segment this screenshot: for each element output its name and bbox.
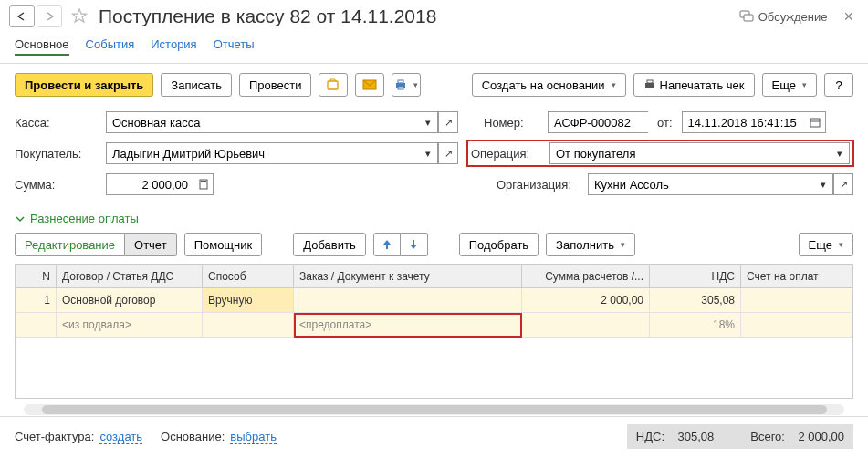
operation-dropdown-button[interactable]: ▾ — [830, 142, 850, 164]
vat-total: 305,08 — [677, 430, 714, 443]
calendar-icon — [810, 117, 821, 128]
print-receipt-button[interactable]: Напечатать чек — [633, 73, 755, 97]
svg-rect-9 — [810, 119, 820, 127]
mail-button[interactable] — [355, 73, 384, 97]
discussion-button[interactable]: Обсуждение — [739, 10, 828, 24]
table-more-button[interactable]: Еще — [799, 233, 853, 256]
col-n[interactable]: N — [16, 265, 57, 288]
horizontal-scrollbar[interactable] — [15, 402, 853, 417]
arrow-down-icon — [409, 239, 418, 250]
create-invoice-link[interactable]: создать — [99, 430, 142, 444]
save-button[interactable]: Записать — [161, 73, 232, 97]
pick-button[interactable]: Подобрать — [459, 233, 539, 256]
select-basis-link[interactable]: выбрать — [230, 430, 277, 444]
kassa-label: Касса: — [15, 116, 97, 130]
operation-input[interactable] — [549, 142, 830, 164]
col-sum[interactable]: Сумма расчетов /... — [522, 265, 650, 288]
print-button[interactable] — [392, 73, 421, 97]
tab-history[interactable]: История — [151, 35, 196, 56]
nav-forward-button[interactable] — [37, 5, 62, 27]
tab-main[interactable]: Основное — [15, 35, 69, 56]
helper-button[interactable]: Помощник — [184, 233, 263, 256]
org-input[interactable] — [588, 173, 813, 195]
buyer-open-button[interactable]: ↗ — [438, 142, 458, 164]
payment-table: N Договор / Статья ДДС Способ Заказ / До… — [15, 264, 853, 399]
totals-panel: НДС: 305,08 Всего: 2 000,00 — [627, 424, 853, 449]
mail-icon — [362, 79, 377, 90]
mode-report-button[interactable]: Отчет — [125, 233, 177, 256]
from-label: от: — [657, 116, 673, 130]
arrow-up-icon — [382, 239, 392, 250]
tab-events[interactable]: События — [86, 35, 135, 56]
grand-total: 2 000,00 — [798, 430, 844, 443]
help-button[interactable]: ? — [824, 73, 853, 97]
buyer-dropdown-button[interactable]: ▾ — [418, 142, 438, 164]
kassa-input-group: ▾ ↗ — [106, 111, 458, 133]
print-icon — [394, 78, 407, 91]
sum-input[interactable] — [106, 173, 193, 195]
post-button[interactable]: Провести — [239, 73, 312, 97]
fill-button[interactable]: Заполнить — [546, 233, 635, 256]
svg-rect-1 — [744, 15, 753, 21]
col-order[interactable]: Заказ / Документ к зачету — [294, 265, 522, 288]
post-and-close-button[interactable]: Провести и закрыть — [15, 73, 153, 97]
calculator-icon — [199, 179, 208, 190]
svg-rect-5 — [398, 80, 403, 83]
page-title: Поступление в кассу 82 от 14.11.2018 — [99, 5, 436, 27]
sum-label: Сумма: — [15, 178, 97, 192]
add-row-button[interactable]: Добавить — [293, 233, 365, 256]
receipt-icon — [643, 78, 656, 91]
attach-icon — [326, 78, 340, 91]
calendar-button[interactable] — [806, 111, 826, 133]
buyer-input[interactable] — [106, 142, 418, 164]
basis-label: Основание: — [161, 430, 225, 443]
favorite-star-icon[interactable] — [69, 6, 89, 26]
close-button[interactable]: × — [838, 7, 859, 26]
attach-button[interactable] — [319, 73, 348, 97]
create-from-button[interactable]: Создать на основании — [472, 73, 626, 97]
more-button[interactable]: Еще — [762, 73, 817, 97]
number-input[interactable] — [548, 111, 648, 133]
move-up-button[interactable] — [373, 233, 401, 256]
table-row[interactable]: <из подвала> <предоплата> 18% — [16, 313, 852, 338]
org-dropdown-button[interactable]: ▾ — [813, 173, 833, 195]
col-vat[interactable]: НДС — [650, 265, 741, 288]
org-label: Организация: — [497, 178, 579, 192]
chevron-down-icon — [15, 213, 26, 224]
mode-edit-button[interactable]: Редактирование — [15, 233, 125, 256]
svg-rect-6 — [398, 87, 403, 89]
kassa-open-button[interactable]: ↗ — [438, 111, 458, 133]
nav-back-button[interactable] — [9, 5, 35, 27]
col-invoice[interactable]: Счет на оплат — [741, 265, 852, 288]
kassa-dropdown-button[interactable]: ▾ — [418, 111, 438, 133]
table-row[interactable]: 1 Основной договор Вручную 2 000,00 305,… — [16, 288, 852, 313]
svg-rect-8 — [647, 80, 653, 83]
svg-rect-7 — [645, 83, 654, 88]
svg-rect-12 — [201, 181, 206, 182]
kassa-input[interactable] — [106, 111, 418, 133]
operation-label: Операция: — [471, 147, 540, 161]
date-input[interactable] — [682, 111, 806, 133]
col-contract[interactable]: Договор / Статья ДДС — [57, 265, 203, 288]
tab-reports[interactable]: Отчеты — [214, 35, 255, 56]
move-down-button[interactable] — [401, 233, 428, 256]
calculator-button[interactable] — [193, 173, 214, 195]
col-method[interactable]: Способ — [203, 265, 294, 288]
invoice-label: Счет-фактура: — [15, 430, 94, 443]
section-toggle[interactable]: Разнесение оплаты — [0, 206, 868, 229]
number-label: Номер: — [484, 116, 539, 130]
svg-rect-2 — [328, 81, 338, 89]
buyer-label: Покупатель: — [15, 147, 97, 161]
org-open-button[interactable]: ↗ — [833, 173, 853, 195]
discussion-icon — [739, 10, 754, 23]
tab-bar: Основное События История Отчеты — [0, 31, 868, 64]
